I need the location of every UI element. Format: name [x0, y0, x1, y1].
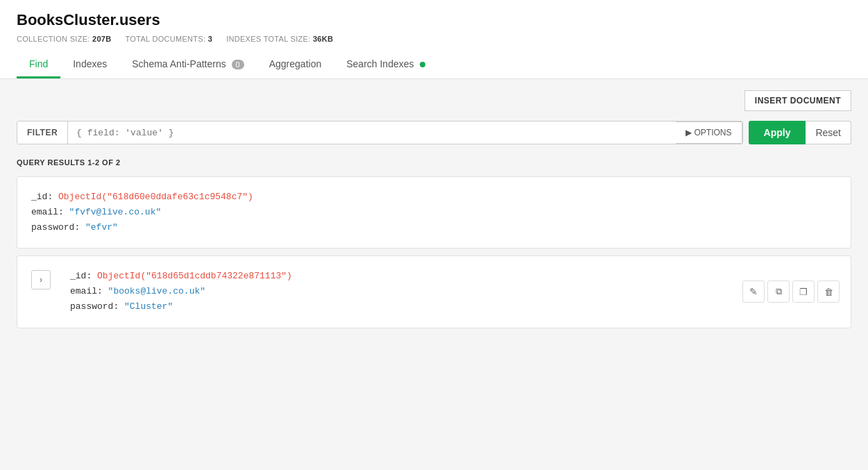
schema-badge: 0: [232, 60, 244, 69]
clone-button[interactable]: ❐: [792, 280, 815, 303]
indexes-size-label: INDEXES TOTAL SIZE: 36KB: [226, 35, 333, 43]
meta-row: COLLECTION SIZE: 207B TOTAL DOCUMENTS: 3…: [17, 35, 851, 43]
doc2-actions: ✎ ⧉ ❐ 🗑: [742, 280, 840, 303]
apply-button[interactable]: Apply: [749, 121, 806, 144]
tabs-nav: Find Indexes Schema Anti-Patterns 0 Aggr…: [17, 51, 851, 78]
options-chevron-icon: ▶: [686, 128, 692, 137]
doc2-field-password: password: "Cluster": [70, 299, 292, 314]
indexes-size-value: 36KB: [313, 35, 333, 43]
content-area: INSERT DOCUMENT FILTER ▶ OPTIONS Apply R…: [0, 79, 868, 346]
filter-input[interactable]: [68, 121, 675, 144]
trash-icon: 🗑: [824, 287, 833, 297]
edit-icon: ✎: [749, 286, 758, 297]
tab-indexes[interactable]: Indexes: [60, 51, 119, 78]
search-indexes-dot: [420, 62, 425, 67]
filter-row: FILTER ▶ OPTIONS Apply Reset: [17, 121, 851, 144]
doc1-field-password: password: "efvr": [31, 220, 837, 235]
insert-document-button[interactable]: INSERT DOCUMENT: [744, 90, 851, 111]
doc1-field-email: email: "fvfv@live.co.uk": [31, 205, 837, 220]
copy-icon: ⧉: [776, 286, 782, 297]
filter-button[interactable]: FILTER: [17, 121, 68, 144]
query-results-label: QUERY RESULTS 1-2 OF 2: [17, 158, 851, 167]
page-title: BooksCluster.users: [17, 11, 851, 29]
tab-schema-anti-patterns[interactable]: Schema Anti-Patterns 0: [119, 51, 256, 78]
delete-button[interactable]: 🗑: [817, 280, 840, 303]
document-card-2: › _id: ObjectId("618d65d1cddb74322e87111…: [17, 255, 851, 328]
reset-button[interactable]: Reset: [806, 121, 851, 144]
tab-find[interactable]: Find: [17, 51, 60, 78]
doc2-field-email: email: "books@live.co.uk": [70, 284, 292, 299]
filter-wrapper: FILTER ▶ OPTIONS: [17, 121, 743, 144]
doc2-field-id: _id: ObjectId("618d65d1cddb74322e871113"…: [70, 269, 292, 284]
doc2-fields: _id: ObjectId("618d65d1cddb74322e871113"…: [70, 269, 292, 314]
collection-size-label: COLLECTION SIZE: 207B: [17, 35, 112, 43]
total-docs-label: TOTAL DOCUMENTS: 3: [126, 35, 213, 43]
edit-button[interactable]: ✎: [742, 280, 765, 303]
toolbar-row: INSERT DOCUMENT: [17, 90, 851, 111]
document-card-1: _id: ObjectId("618d60e0ddafe63c1c9548c7"…: [17, 176, 851, 249]
copy-button[interactable]: ⧉: [767, 280, 790, 303]
expand-button[interactable]: ›: [31, 270, 51, 289]
total-docs-value: 3: [208, 35, 212, 43]
chevron-right-icon: ›: [40, 275, 42, 285]
doc1-field-id: _id: ObjectId("618d60e0ddafe63c1c9548c7"…: [31, 190, 837, 205]
tab-search-indexes[interactable]: Search Indexes: [334, 51, 438, 78]
options-button[interactable]: ▶ OPTIONS: [676, 121, 742, 144]
clone-icon: ❐: [799, 287, 808, 297]
top-bar: BooksCluster.users COLLECTION SIZE: 207B…: [0, 0, 868, 79]
filter-actions: Apply Reset: [749, 121, 851, 144]
collection-size-value: 207B: [92, 35, 112, 43]
tab-aggregation[interactable]: Aggregation: [257, 51, 334, 78]
doc1-fields: _id: ObjectId("618d60e0ddafe63c1c9548c7"…: [31, 190, 837, 235]
query-results-range: 1-2 OF 2: [87, 158, 120, 167]
